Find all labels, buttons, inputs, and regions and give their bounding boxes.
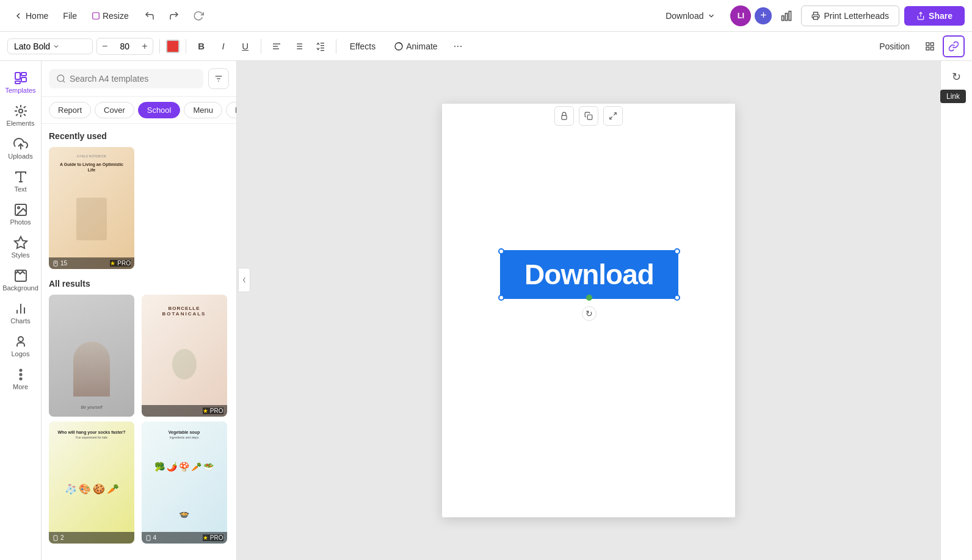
- logos-label: Logos: [12, 350, 30, 357]
- background-icon: [13, 268, 28, 283]
- text-color-swatch[interactable]: [166, 40, 180, 53]
- grid-button[interactable]: [921, 37, 939, 56]
- svg-rect-24: [15, 73, 20, 79]
- svg-rect-26: [21, 77, 26, 82]
- template-card-3[interactable]: Who will hang your socks faster? Fun exp…: [49, 422, 134, 544]
- undo-icon: [144, 10, 155, 21]
- align-left-icon: [272, 41, 281, 51]
- lock-button[interactable]: [554, 106, 574, 126]
- nav-left: Home File Resize: [7, 7, 135, 24]
- animate-button[interactable]: Animate: [386, 38, 444, 55]
- svg-rect-51: [147, 535, 150, 540]
- svg-point-39: [20, 370, 21, 372]
- template-footer-3: 2: [49, 532, 134, 544]
- bold-button[interactable]: B: [192, 37, 211, 56]
- resize-handle-tr[interactable]: [674, 248, 680, 254]
- page-count-badge-3: 2: [53, 534, 64, 541]
- search-input-wrap[interactable]: [49, 69, 203, 88]
- refresh-button[interactable]: ↻: [946, 66, 968, 88]
- animate-label: Animate: [406, 41, 437, 51]
- duplicate-icon: [584, 112, 593, 120]
- photos-label: Photos: [10, 218, 31, 226]
- hide-panel-icon: [241, 275, 247, 285]
- effects-button[interactable]: Effects: [343, 38, 383, 55]
- background-label: Background: [2, 284, 38, 292]
- resize-handle-bm[interactable]: [586, 295, 592, 301]
- sidebar-item-logos[interactable]: Logos: [0, 329, 41, 362]
- toolbar-separator-2: [186, 39, 186, 54]
- filter-button[interactable]: [208, 68, 229, 89]
- line-spacing-button[interactable]: [311, 37, 330, 56]
- animate-icon: [394, 41, 404, 51]
- template-card-2[interactable]: BORCELLE BOTANICALS ★PRO: [142, 295, 227, 417]
- svg-rect-0: [93, 12, 100, 19]
- expand-button[interactable]: [603, 106, 623, 126]
- underline-button[interactable]: U: [236, 37, 255, 56]
- resize-button[interactable]: Resize: [85, 7, 135, 24]
- sidebar-item-templates[interactable]: Templates: [0, 66, 41, 99]
- chip-list[interactable]: List: [226, 102, 236, 118]
- photos-icon: [13, 203, 28, 217]
- resize-handle-bl[interactable]: [498, 295, 504, 301]
- search-input[interactable]: [70, 74, 196, 84]
- undo-button[interactable]: [140, 6, 159, 26]
- templates-icon: [13, 71, 28, 85]
- svg-rect-2: [786, 13, 788, 20]
- sidebar-item-uploads[interactable]: Uploads: [0, 132, 41, 165]
- pro-badge: ★PRO: [110, 260, 131, 267]
- add-team-button[interactable]: +: [755, 7, 772, 24]
- print-label: Print Letterheads: [824, 11, 889, 21]
- template-card-4[interactable]: Vegetable soup Ingredients and steps 🥦 🌶…: [142, 422, 227, 544]
- chip-school[interactable]: School: [138, 102, 181, 118]
- rotate-handle[interactable]: ↻: [582, 306, 597, 321]
- increase-font-size[interactable]: +: [137, 38, 152, 54]
- share-button[interactable]: Share: [904, 6, 965, 26]
- hide-panel-button[interactable]: [238, 268, 250, 292]
- italic-button[interactable]: I: [214, 37, 233, 56]
- selected-text-element[interactable]: Download ↻: [500, 250, 678, 299]
- right-panel: ↻: [940, 61, 972, 560]
- sidebar-item-text[interactable]: Text: [0, 165, 41, 198]
- page-lock-bar: [549, 104, 628, 128]
- link-button[interactable]: [943, 35, 965, 57]
- duplicate-button[interactable]: [579, 106, 598, 126]
- svg-rect-20: [926, 43, 929, 46]
- share-label: Share: [929, 11, 952, 21]
- resize-handle-tl[interactable]: [498, 248, 504, 254]
- decrease-font-size[interactable]: −: [97, 38, 112, 54]
- analytics-button[interactable]: [777, 6, 796, 26]
- chip-report[interactable]: Report: [49, 102, 91, 118]
- recently-used-template[interactable]: A FIELD NOTEBOOK A Guide to Living an Op…: [49, 147, 134, 269]
- redo-button[interactable]: [164, 6, 184, 26]
- home-button[interactable]: Home: [7, 7, 54, 24]
- canvas-area[interactable]: Download ↻: [237, 61, 940, 560]
- more-toolbar-button[interactable]: ···: [449, 36, 468, 56]
- toolbar-separator-1: [159, 39, 160, 54]
- sidebar-item-background[interactable]: Background: [0, 264, 41, 296]
- position-button[interactable]: Position: [872, 38, 917, 55]
- download-button[interactable]: Download: [656, 6, 725, 26]
- svg-rect-4: [814, 16, 818, 20]
- file-button[interactable]: File: [57, 7, 83, 24]
- sync-button[interactable]: [189, 6, 208, 26]
- sidebar-item-charts[interactable]: Charts: [0, 296, 41, 329]
- print-button[interactable]: Print Letterheads: [801, 5, 899, 26]
- sidebar-item-photos[interactable]: Photos: [0, 198, 41, 231]
- align-left-button[interactable]: [267, 37, 286, 56]
- share-icon: [916, 12, 925, 20]
- svg-rect-25: [21, 73, 26, 76]
- svg-line-54: [614, 113, 616, 115]
- sidebar-item-elements[interactable]: Elements: [0, 99, 41, 132]
- font-size-value[interactable]: 80: [114, 39, 136, 54]
- resize-handle-br[interactable]: [674, 295, 680, 301]
- chip-cover[interactable]: Cover: [95, 102, 134, 118]
- page-icon-4: [145, 535, 151, 541]
- chip-menu[interactable]: Menu: [184, 102, 222, 118]
- sidebar-item-more[interactable]: More: [0, 362, 41, 395]
- font-selector[interactable]: Lato Bold: [7, 38, 93, 54]
- user-avatar[interactable]: LI: [730, 5, 751, 26]
- svg-point-33: [18, 207, 20, 209]
- list-button[interactable]: [289, 37, 308, 56]
- sidebar-item-styles[interactable]: Styles: [0, 231, 41, 264]
- template-card-1[interactable]: Be yourself: [49, 295, 134, 417]
